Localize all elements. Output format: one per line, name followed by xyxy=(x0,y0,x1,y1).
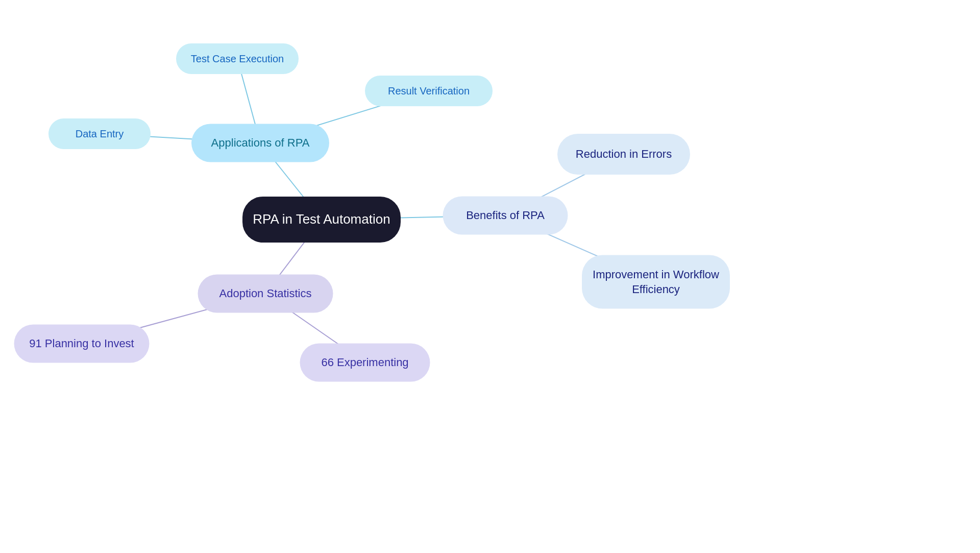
test-case-execution-label: Test Case Execution xyxy=(187,52,288,65)
planning-to-invest-label: 91 Planning to Invest xyxy=(25,336,138,351)
result-verification-node[interactable]: Result Verification xyxy=(365,76,493,106)
applications-node[interactable]: Applications of RPA xyxy=(191,124,329,162)
experimenting-node[interactable]: 66 Experimenting xyxy=(300,344,430,382)
planning-to-invest-node[interactable]: 91 Planning to Invest xyxy=(14,325,150,363)
test-case-execution-node[interactable]: Test Case Execution xyxy=(176,43,299,74)
adoption-statistics-label: Adoption Statistics xyxy=(215,286,316,301)
data-entry-node[interactable]: Data Entry xyxy=(48,118,151,149)
reduction-errors-label: Reduction in Errors xyxy=(572,147,676,162)
center-node[interactable]: RPA in Test Automation xyxy=(242,197,401,243)
result-verification-label: Result Verification xyxy=(384,84,474,98)
improvement-workflow-node[interactable]: Improvement in Workflow Efficiency xyxy=(582,255,730,309)
improvement-workflow-label: Improvement in Workflow Efficiency xyxy=(582,267,730,296)
mind-map-canvas: RPA in Test Automation Applications of R… xyxy=(0,0,980,553)
center-node-label: RPA in Test Automation xyxy=(249,211,394,228)
data-entry-label: Data Entry xyxy=(71,127,128,140)
experimenting-label: 66 Experimenting xyxy=(317,355,412,370)
applications-label: Applications of RPA xyxy=(207,136,314,151)
adoption-statistics-node[interactable]: Adoption Statistics xyxy=(198,275,333,313)
benefits-node[interactable]: Benefits of RPA xyxy=(443,197,568,235)
reduction-errors-node[interactable]: Reduction in Errors xyxy=(557,134,690,175)
benefits-label: Benefits of RPA xyxy=(462,208,549,223)
